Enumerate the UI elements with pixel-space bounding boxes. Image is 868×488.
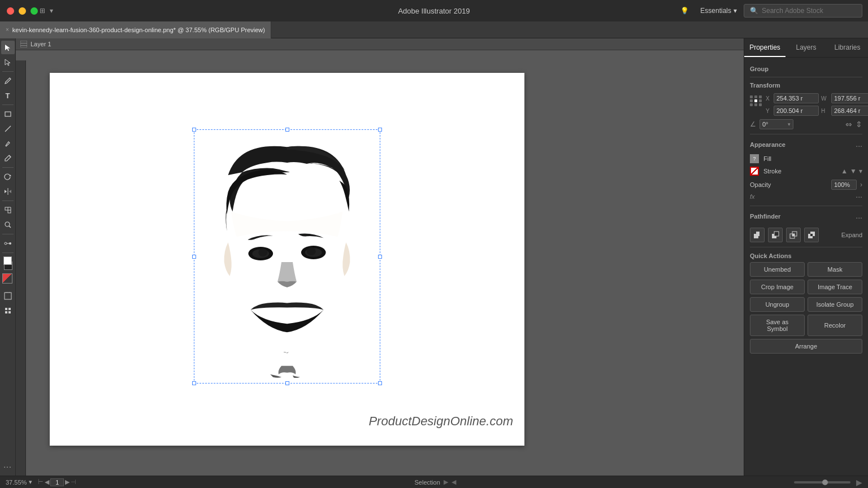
y-input[interactable] (774, 106, 819, 116)
more-fx-icon[interactable]: ··· (856, 192, 862, 201)
zoom-dropdown-icon[interactable]: ▾ (29, 478, 32, 486)
rotate-tool[interactable] (1, 170, 15, 184)
handle-mid-left[interactable] (192, 255, 196, 259)
panel-tabs: Properties Layers Libraries (744, 38, 868, 58)
pathfinder-exclude[interactable] (804, 228, 819, 242)
angle-row: ∠ 0° ▾ ⇔ ⇕ (750, 119, 862, 129)
opacity-chevron[interactable]: › (860, 181, 862, 189)
tool-arrow-back-icon[interactable]: ◀ (452, 478, 456, 486)
maximize-button[interactable] (31, 7, 38, 15)
grid-icon[interactable]: ⊞ (40, 7, 45, 15)
view-slider[interactable] (794, 481, 850, 483)
lightbulb-icon[interactable]: 💡 (680, 7, 689, 15)
nav-last-icon[interactable]: ⊣ (71, 478, 76, 486)
chevron-down-icon: ▾ (734, 7, 737, 15)
x-input[interactable] (774, 93, 819, 103)
recolor-button[interactable]: Recolor (808, 315, 862, 336)
search-stock-box[interactable]: 🔍 Search Adobe Stock (744, 4, 862, 18)
unembed-button[interactable]: Unembed (750, 262, 805, 277)
isolate-group-button[interactable]: Isolate Group (808, 297, 862, 312)
pen-tool[interactable] (1, 74, 15, 88)
pathfinder-intersect[interactable] (786, 228, 801, 242)
line-tool[interactable] (1, 122, 15, 136)
arrange-button[interactable]: Arrange (750, 339, 862, 354)
art-board-tool[interactable] (1, 289, 15, 303)
scale-tool[interactable] (1, 203, 15, 217)
essentials-button[interactable]: Essentials ▾ (693, 0, 744, 21)
transform-reference-point[interactable] (750, 95, 762, 106)
layer-name-label: Layer 1 (31, 41, 51, 47)
flip-h-icon[interactable]: ⇔ (845, 120, 852, 129)
angle-symbol: ∠ (750, 120, 756, 128)
handle-bottom-left[interactable] (192, 381, 196, 385)
angle-value: 0° (762, 121, 788, 128)
canvas-area[interactable]: Layer 1 (16, 38, 744, 476)
select-tool[interactable] (1, 41, 15, 54)
angle-input-box[interactable]: 0° ▾ (760, 119, 793, 129)
titlebar-controls[interactable] (7, 7, 38, 15)
selected-image-group[interactable] (194, 129, 380, 384)
flip-v-icon[interactable]: ⇕ (856, 120, 862, 129)
nav-prev-icon[interactable]: ◀ (45, 478, 49, 486)
document-tab[interactable]: × kevin-kennedy-learn-fusion-360-product… (0, 21, 271, 38)
pathfinder-unite[interactable] (750, 228, 765, 242)
group-section-title: Group (750, 66, 862, 72)
stroke-chevron[interactable]: ▾ (859, 167, 862, 175)
zoom-tool[interactable] (1, 218, 15, 232)
tab-libraries[interactable]: Libraries (827, 38, 868, 57)
symbol-tool[interactable] (1, 304, 15, 317)
fx-label[interactable]: fx (750, 193, 755, 200)
shape-tool[interactable] (1, 107, 15, 121)
w-input[interactable] (831, 93, 868, 103)
type-tool[interactable]: T (1, 89, 15, 102)
stroke-down-icon[interactable]: ▼ (850, 167, 857, 175)
nav-next-icon[interactable]: ▶ (65, 478, 70, 486)
chevron-down-icon[interactable]: ▾ (50, 7, 53, 15)
save-as-symbol-button[interactable]: Save as Symbol (750, 315, 805, 336)
mask-button[interactable]: Mask (808, 262, 862, 277)
close-button[interactable] (7, 7, 14, 15)
pathfinder-expand-btn[interactable]: Expand (841, 232, 862, 238)
handle-top-center[interactable] (285, 128, 289, 132)
more-tools[interactable]: ··· (1, 460, 15, 473)
transform-area: X W Y H (750, 93, 862, 116)
pathfinder-minus-front[interactable] (768, 228, 783, 242)
artboard[interactable]: ProductDesignOnline.com (50, 73, 524, 446)
more-pathfinder-icon[interactable]: ··· (856, 213, 862, 222)
stroke-up-icon[interactable]: ▲ (841, 167, 848, 175)
h-input[interactable] (831, 106, 868, 116)
status-more-icon[interactable]: ▶ (856, 478, 862, 487)
more-appearance-icon[interactable]: ··· (856, 141, 862, 150)
mirror-tool[interactable] (1, 185, 15, 198)
close-icon[interactable]: × (6, 27, 9, 33)
pencil-tool[interactable] (1, 151, 15, 165)
crop-image-button[interactable]: Crop Image (750, 280, 805, 294)
w-label: W (821, 95, 830, 102)
handle-bottom-center[interactable] (285, 381, 289, 385)
angle-chevron[interactable]: ▾ (788, 121, 791, 127)
slider-thumb[interactable] (822, 480, 828, 485)
tool-arrow-icon[interactable]: ▶ (444, 478, 448, 486)
tab-layers[interactable]: Layers (785, 38, 827, 57)
canvas-content[interactable]: ProductDesignOnline.com (16, 50, 744, 476)
handle-top-left[interactable] (192, 128, 196, 132)
paintbrush-tool[interactable] (1, 137, 15, 150)
handle-mid-right[interactable] (378, 255, 382, 259)
image-trace-button[interactable]: Image Trace (808, 280, 862, 294)
tab-properties[interactable]: Properties (744, 38, 785, 57)
blend-tool[interactable] (1, 237, 15, 250)
handle-top-right[interactable] (378, 128, 382, 132)
ungroup-button[interactable]: Ungroup (750, 297, 805, 312)
opacity-input[interactable] (831, 180, 857, 190)
nav-first-icon[interactable]: ⊢ (38, 478, 44, 486)
w-input-row: W (821, 93, 868, 103)
pathfinder-header: Pathfinder ··· (750, 211, 862, 224)
direct-select-tool[interactable] (1, 55, 15, 69)
minimize-button[interactable] (19, 7, 26, 15)
artboard-number-input[interactable] (50, 478, 64, 486)
fill-color-swatch[interactable] (3, 256, 12, 265)
handle-bottom-right[interactable] (378, 381, 382, 385)
titlebar-app-icons: ⊞ ▾ (40, 7, 53, 15)
svg-line-1 (5, 126, 11, 132)
svg-rect-17 (5, 308, 7, 310)
